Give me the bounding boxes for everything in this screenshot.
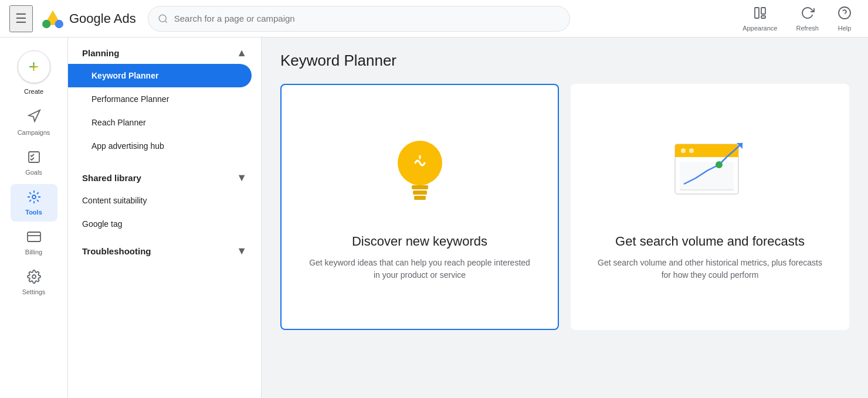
- svg-rect-5: [755, 8, 759, 18]
- billing-label: Billing: [25, 249, 42, 256]
- tools-icon: [27, 190, 41, 206]
- svg-line-4: [165, 21, 167, 22]
- goals-icon: [27, 150, 41, 166]
- nav-item-content-suitability[interactable]: Content suitability: [68, 189, 261, 212]
- appearance-icon: [753, 6, 767, 23]
- lightbulb-icon: [385, 132, 455, 215]
- svg-point-24: [689, 148, 694, 153]
- svg-point-14: [32, 275, 36, 278]
- help-label: Help: [838, 25, 852, 32]
- cards-grid: Discover new keywords Get keyword ideas …: [280, 84, 849, 330]
- nav-item-performance-planner[interactable]: Performance Planner: [68, 87, 261, 111]
- nav-item-app-advertising-hub[interactable]: App advertising hub: [68, 134, 261, 158]
- layout: + Create Campaigns Goals: [0, 38, 868, 398]
- refresh-button[interactable]: Refresh: [789, 2, 826, 35]
- svg-point-2: [42, 19, 50, 28]
- svg-rect-18: [413, 191, 427, 195]
- svg-point-3: [159, 15, 166, 22]
- svg-point-8: [839, 7, 850, 19]
- appearance-label: Appearance: [742, 25, 777, 32]
- create-plus-icon: +: [29, 57, 39, 77]
- sidebar-item-billing[interactable]: Billing: [11, 224, 57, 261]
- shared-library-title: Shared library: [82, 173, 141, 183]
- svg-rect-6: [761, 8, 765, 14]
- sidebar-item-settings[interactable]: Settings: [11, 264, 57, 301]
- nav-sidebar: Planning ▲ Keyword Planner Performance P…: [68, 38, 262, 398]
- search-volume-desc: Get search volume and other historical m…: [595, 257, 825, 281]
- sidebar-item-campaigns[interactable]: Campaigns: [11, 103, 57, 142]
- slim-sidebar: + Create Campaigns Goals: [0, 38, 68, 398]
- appearance-button[interactable]: Appearance: [735, 2, 784, 35]
- nav-item-google-tag[interactable]: Google tag: [68, 212, 261, 236]
- troubleshooting-chevron: ▼: [236, 245, 247, 257]
- refresh-icon: [801, 6, 815, 23]
- page-title: Keyword Planner: [280, 52, 849, 70]
- svg-point-23: [681, 148, 686, 153]
- svg-rect-7: [761, 16, 765, 18]
- shared-library-chevron: ▼: [236, 172, 247, 184]
- planning-chevron: ▲: [236, 47, 247, 59]
- nav-item-keyword-planner[interactable]: Keyword Planner: [68, 64, 252, 87]
- google-ads-logo-icon: [42, 8, 63, 29]
- create-item[interactable]: + Create: [11, 45, 57, 101]
- tools-label: Tools: [25, 209, 42, 216]
- menu-button[interactable]: ☰: [9, 5, 33, 32]
- troubleshooting-section-header[interactable]: Troubleshooting ▼: [68, 236, 261, 262]
- planning-items: Keyword Planner Performance Planner Reac…: [68, 64, 261, 158]
- billing-icon: [27, 230, 41, 246]
- svg-rect-19: [414, 196, 426, 200]
- discover-keywords-card[interactable]: Discover new keywords Get keyword ideas …: [280, 84, 559, 330]
- refresh-label: Refresh: [796, 25, 819, 32]
- discover-keywords-title: Discover new keywords: [352, 233, 487, 250]
- create-label: Create: [24, 88, 43, 95]
- planning-title: Planning: [82, 48, 119, 58]
- help-button[interactable]: Help: [830, 2, 859, 35]
- search-volume-title: Get search volume and forecasts: [615, 233, 805, 250]
- main-content: Keyword Planner: [262, 38, 868, 398]
- svg-point-1: [55, 19, 63, 28]
- chart-icon: [663, 132, 757, 215]
- create-button[interactable]: +: [18, 50, 50, 83]
- troubleshooting-title: Troubleshooting: [82, 246, 151, 256]
- campaigns-icon: [27, 109, 41, 127]
- search-volume-illustration: [663, 132, 757, 217]
- header-actions: Appearance Refresh Help: [735, 2, 859, 35]
- svg-rect-25: [680, 162, 734, 190]
- header: ☰ Google Ads Appearance: [0, 0, 868, 38]
- shared-library-section-header[interactable]: Shared library ▼: [68, 162, 261, 189]
- search-volume-card[interactable]: Get search volume and forecasts Get sear…: [571, 84, 849, 330]
- nav-item-reach-planner[interactable]: Reach Planner: [68, 111, 261, 134]
- sidebar-item-tools[interactable]: Tools: [11, 184, 57, 222]
- settings-icon: [27, 270, 41, 286]
- svg-rect-17: [412, 185, 428, 189]
- svg-rect-10: [29, 152, 39, 162]
- svg-rect-12: [28, 232, 40, 241]
- campaigns-label: Campaigns: [18, 129, 50, 136]
- discover-keywords-desc: Get keyword ideas that can help you reac…: [305, 257, 534, 281]
- planning-section-header[interactable]: Planning ▲: [68, 38, 261, 64]
- svg-point-11: [32, 195, 36, 199]
- svg-point-27: [716, 161, 723, 168]
- goals-label: Goals: [25, 169, 42, 176]
- sidebar-item-goals[interactable]: Goals: [11, 144, 57, 182]
- search-icon: [158, 13, 168, 24]
- discover-keywords-illustration: [385, 132, 455, 217]
- settings-label: Settings: [22, 288, 46, 295]
- search-input[interactable]: [174, 13, 560, 23]
- logo-area: Google Ads: [42, 8, 136, 29]
- logo-text: Google Ads: [69, 11, 136, 26]
- search-bar[interactable]: [148, 6, 570, 32]
- help-icon: [838, 6, 852, 23]
